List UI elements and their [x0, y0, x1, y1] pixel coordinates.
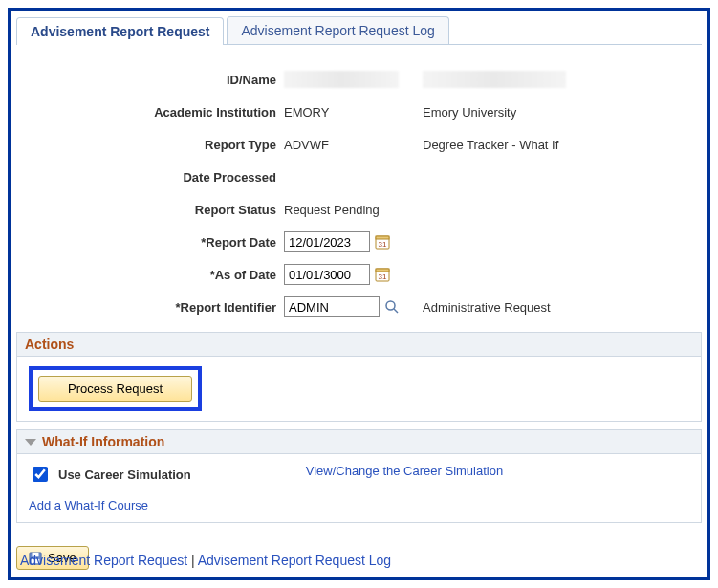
label-date-processed: Date Processed	[26, 170, 284, 185]
report-status-value: Request Pending	[284, 203, 380, 217]
id-value-redacted	[284, 71, 399, 88]
svg-text:31: 31	[379, 240, 387, 249]
as-of-date-input[interactable]	[284, 264, 370, 285]
whatif-title: What-If Information	[42, 434, 164, 449]
use-career-simulation-checkbox[interactable]	[33, 467, 48, 482]
report-identifier-desc: Administrative Request	[423, 300, 692, 315]
process-request-button[interactable]: Process Request	[38, 376, 192, 402]
tab-advisement-log[interactable]: Advisement Report Request Log	[227, 16, 448, 44]
view-change-simulation-link[interactable]: View/Change the Career Simulation	[306, 464, 503, 478]
calendar-icon[interactable]: 31	[374, 266, 391, 283]
report-identifier-input[interactable]	[284, 296, 380, 317]
whatif-section-body: Use Career Simulation Add a What-If Cour…	[16, 454, 702, 523]
label-report-type: Report Type	[26, 138, 284, 152]
institution-code: EMORY	[284, 105, 423, 120]
process-request-highlight: Process Request	[29, 366, 202, 411]
label-report-status: Report Status	[26, 203, 284, 217]
svg-rect-1	[376, 236, 389, 239]
collapse-arrow-icon	[25, 439, 36, 446]
institution-name: Emory University	[423, 105, 692, 120]
lookup-icon[interactable]	[383, 298, 401, 316]
label-as-of-date: *As of Date	[26, 268, 284, 282]
add-whatif-course-link[interactable]: Add a What-If Course	[29, 498, 191, 512]
page-frame: Advisement Report Request Advisement Rep…	[8, 8, 710, 580]
use-career-simulation-row: Use Career Simulation	[29, 464, 191, 485]
svg-text:31: 31	[379, 272, 387, 281]
form-area: ID/Name Academic Institution EMORY Emory…	[16, 45, 702, 332]
svg-point-6	[386, 301, 395, 310]
calendar-icon[interactable]: 31	[374, 233, 391, 250]
tab-strip: Advisement Report Request Advisement Rep…	[16, 16, 702, 45]
footer-link-advisement-log[interactable]: Advisement Report Request Log	[198, 553, 391, 568]
label-id-name: ID/Name	[26, 73, 284, 87]
svg-rect-4	[376, 269, 389, 272]
svg-line-7	[394, 309, 398, 313]
actions-section-header: Actions	[16, 332, 702, 357]
report-type-code: ADVWF	[284, 138, 423, 152]
actions-section-body: Process Request	[16, 357, 702, 422]
whatif-section-header[interactable]: What-If Information	[16, 429, 702, 454]
label-report-date: *Report Date	[26, 235, 284, 250]
label-report-identifier: *Report Identifier	[26, 300, 284, 315]
name-value-redacted	[423, 71, 566, 88]
use-career-simulation-label: Use Career Simulation	[58, 468, 191, 482]
footer-separator: |	[187, 553, 198, 568]
footer-link-advisement-request[interactable]: Advisement Report Request	[20, 553, 187, 568]
actions-title: Actions	[25, 337, 74, 352]
footer-links: Advisement Report Request | Advisement R…	[20, 553, 391, 568]
report-date-input[interactable]	[284, 231, 370, 252]
label-institution: Academic Institution	[26, 105, 284, 120]
tab-advisement-request[interactable]: Advisement Report Request	[16, 17, 224, 45]
report-type-name: Degree Tracker - What If	[423, 138, 692, 152]
